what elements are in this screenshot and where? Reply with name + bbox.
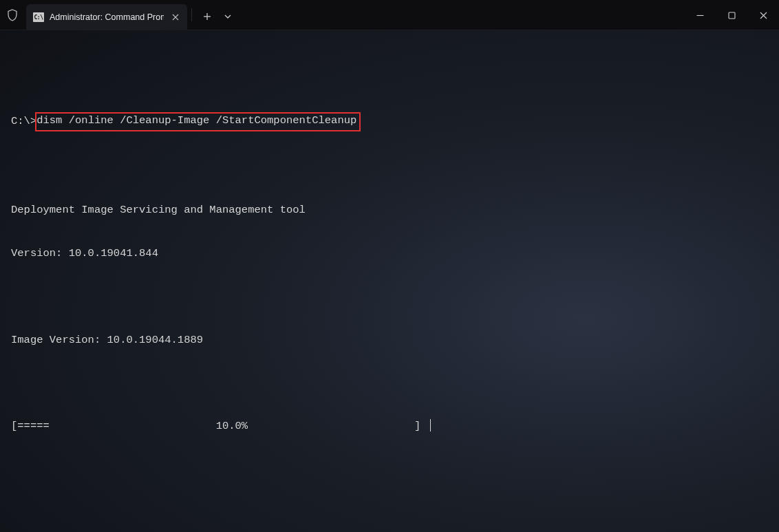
titlebar-left: C:\ Administrator: Command Prom	[0, 0, 237, 30]
cmd-icon: C:\	[33, 12, 44, 22]
command-line: C:\>dism /online /Cleanup-Image /StartCo…	[11, 112, 768, 131]
output-line: Image Version: 10.0.19044.1889	[11, 333, 768, 348]
tab-divider	[191, 8, 192, 21]
cursor	[430, 419, 431, 432]
close-tab-button[interactable]	[169, 11, 182, 23]
titlebar-drag-area[interactable]	[237, 0, 684, 30]
command-text: dism /online /Cleanup-Image /StartCompon…	[35, 112, 361, 131]
close-window-button[interactable]	[747, 0, 779, 30]
output-line: Deployment Image Servicing and Managemen…	[11, 203, 768, 217]
tab-title: Administrator: Command Prom	[50, 12, 164, 22]
tab-dropdown-button[interactable]	[218, 3, 237, 30]
terminal-area[interactable]: C:\>dism /online /Cleanup-Image /StartCo…	[0, 30, 779, 458]
minimize-button[interactable]	[684, 0, 716, 30]
maximize-button[interactable]	[716, 0, 747, 30]
svg-rect-5	[729, 12, 735, 19]
progress-line: [===== 10.0% ]	[11, 419, 768, 434]
shield-icon	[0, 0, 25, 30]
window-controls	[684, 0, 779, 30]
titlebar: C:\ Administrator: Command Prom	[0, 0, 779, 30]
active-tab[interactable]: C:\ Administrator: Command Prom	[26, 4, 187, 30]
output-line: Version: 10.0.19041.844	[11, 246, 768, 261]
prompt: C:\>	[11, 114, 36, 129]
new-tab-button[interactable]	[196, 3, 218, 30]
